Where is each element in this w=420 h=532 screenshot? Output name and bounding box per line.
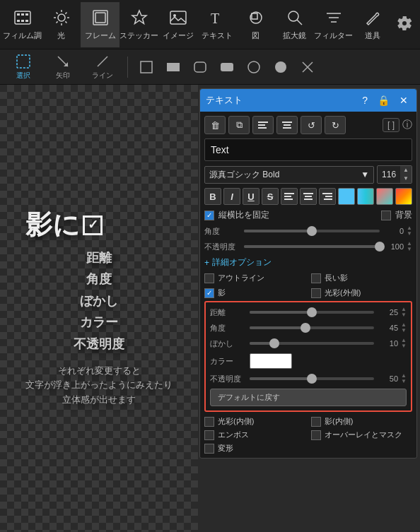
toolbar-item-shape[interactable]: 図 — [236, 2, 275, 47]
font-size-up[interactable]: ▲ — [400, 166, 412, 175]
underline-button[interactable]: U — [243, 188, 259, 205]
panel-close-button[interactable]: ✕ — [397, 93, 411, 107]
shadow-opacity-slider[interactable] — [250, 377, 374, 380]
toolbar-tools-label: 道具 — [365, 30, 380, 41]
long-shadow-checkbox[interactable] — [311, 273, 321, 283]
svg-rect-22 — [252, 13, 257, 19]
shadow-angle-down[interactable]: ▼ — [401, 328, 407, 333]
inner-shadow-option: 影(内側) — [311, 416, 412, 427]
shadow-option: ✓ 影 — [204, 288, 305, 298]
sub-tool-select[interactable]: 選択 — [6, 52, 41, 83]
svg-rect-32 — [141, 61, 152, 73]
text-color-swatch[interactable] — [338, 188, 355, 205]
shape-round-rect[interactable] — [189, 56, 211, 78]
shadow-distance-down[interactable]: ▼ — [401, 312, 407, 318]
font-size-down[interactable]: ▼ — [400, 175, 412, 183]
toolbar-item-light[interactable]: 光 — [42, 2, 81, 47]
bold-button[interactable]: B — [204, 188, 221, 205]
shape-circle-filled[interactable] — [269, 56, 292, 78]
align-center-button[interactable] — [276, 116, 298, 134]
delete-button[interactable]: 🗑 — [204, 116, 226, 134]
shadow-blur-down[interactable]: ▼ — [401, 343, 407, 349]
detail-option-toggle[interactable]: + 詳細オプション — [204, 256, 412, 268]
text-align-center-button[interactable] — [300, 188, 317, 205]
rotate-ccw-button[interactable]: ↺ — [301, 116, 322, 134]
toolbar-item-text[interactable]: T テキスト — [197, 2, 236, 47]
panel-header: テキスト ? 🔒 ✕ — [200, 89, 416, 112]
toolbar-item-frame[interactable]: フレーム — [81, 2, 119, 47]
canvas-list-item: 距離 — [25, 247, 173, 269]
italic-button[interactable]: I — [223, 188, 240, 205]
gradient-color-swatch[interactable] — [357, 188, 374, 205]
gradient-preset-swatch[interactable] — [376, 188, 393, 205]
text-align-left-button[interactable] — [281, 188, 298, 205]
toolbar-item-image[interactable]: イメージ — [158, 2, 197, 47]
shadow-angle-label: 角度 — [210, 323, 247, 333]
toolbar-light-label: 光 — [57, 30, 65, 41]
transform-checkbox[interactable] — [204, 444, 214, 454]
font-selector[interactable]: 源真ゴシック Bold ▼ — [204, 166, 374, 184]
canvas-list-item: カラー — [25, 312, 173, 333]
svg-rect-40 — [258, 122, 268, 123]
toolbar-item-filter[interactable]: フィルター — [314, 2, 353, 47]
angle-down[interactable]: ▼ — [407, 231, 412, 237]
detail-option-label: 詳細オプション — [212, 256, 272, 268]
background-checkbox[interactable] — [381, 211, 391, 220]
toolbar-frame-label: フレーム — [85, 30, 116, 41]
svg-rect-18 — [170, 11, 186, 24]
svg-point-23 — [288, 11, 298, 21]
text-align-right-button[interactable] — [319, 188, 336, 205]
align-left-button[interactable] — [252, 116, 274, 134]
shape-square-outline[interactable] — [135, 56, 158, 78]
shape-circle-outline[interactable] — [243, 56, 265, 78]
text-input[interactable]: Text — [204, 138, 412, 161]
copy-button[interactable]: ⧉ — [228, 116, 250, 134]
shape-rect-filled[interactable] — [162, 56, 185, 78]
shadow-distance-value: 25 — [377, 308, 398, 317]
toolbar-item-film[interactable]: フィルム調 — [3, 2, 42, 47]
svg-rect-5 — [21, 13, 24, 16]
toolbar-item-tools[interactable]: 道具 — [353, 2, 392, 47]
sub-tool-select-label: 選択 — [16, 71, 30, 81]
rotate-cw-button[interactable]: ↻ — [325, 116, 346, 134]
toolbar-item-sticker[interactable]: ステッカー — [119, 2, 158, 47]
shadow-opacity-down[interactable]: ▼ — [401, 379, 407, 384]
shadow-color-picker[interactable] — [250, 353, 292, 369]
sub-tool-line[interactable]: ライン — [85, 52, 120, 83]
reset-button[interactable]: デフォルトに戻す — [210, 389, 407, 406]
shadow-angle-slider[interactable] — [250, 326, 374, 329]
inner-shadow-checkbox[interactable] — [311, 417, 321, 427]
emboss-checkbox[interactable] — [204, 430, 214, 440]
outline-checkbox[interactable] — [204, 273, 214, 283]
outer-glow-checkbox[interactable] — [311, 288, 321, 298]
shadow-opacity-label: 不透明度 — [210, 374, 247, 384]
inner-glow-label: 光彩(内側) — [218, 416, 254, 427]
close-button[interactable] — [296, 56, 319, 78]
long-shadow-label: 長い影 — [325, 273, 348, 283]
gradient-preset2-swatch[interactable] — [395, 188, 412, 205]
opacity-slider-row: 不透明度 100 ▲ ▼ — [204, 241, 412, 252]
sub-tool-arrow[interactable]: 矢印 — [45, 52, 81, 83]
info-button[interactable]: ⓘ — [402, 119, 412, 131]
inner-glow-option: 光彩(内側) — [204, 416, 305, 427]
canvas-area: 影に ✓ 距離 角度 ぼかし カラー 不透明度 それぞれ変更すると 文字が浮き上… — [0, 85, 198, 532]
shadow-blur-slider[interactable] — [250, 342, 374, 345]
shadow-checkbox[interactable]: ✓ — [204, 288, 214, 298]
aspect-ratio-checkbox[interactable]: ✓ — [204, 211, 214, 220]
bracket-button[interactable]: [ ] — [383, 118, 399, 132]
gear-button[interactable] — [392, 11, 417, 39]
opacity-slider[interactable] — [244, 245, 380, 248]
svg-rect-33 — [167, 63, 180, 71]
help-button[interactable]: ? — [359, 93, 371, 107]
angle-slider[interactable] — [244, 230, 380, 232]
opacity-down[interactable]: ▼ — [407, 247, 412, 252]
svg-rect-44 — [284, 124, 291, 126]
shape-rect-rounded-filled[interactable] — [216, 56, 238, 78]
overlay-mask-checkbox[interactable] — [311, 430, 321, 440]
shadow-color-row: カラー — [210, 353, 407, 369]
toolbar-item-magnify[interactable]: 拡大鏡 — [275, 2, 314, 47]
shadow-distance-slider[interactable] — [250, 311, 374, 314]
strikethrough-button[interactable]: S — [262, 188, 279, 205]
pin-button[interactable]: 🔒 — [375, 93, 392, 107]
inner-glow-checkbox[interactable] — [204, 417, 214, 427]
